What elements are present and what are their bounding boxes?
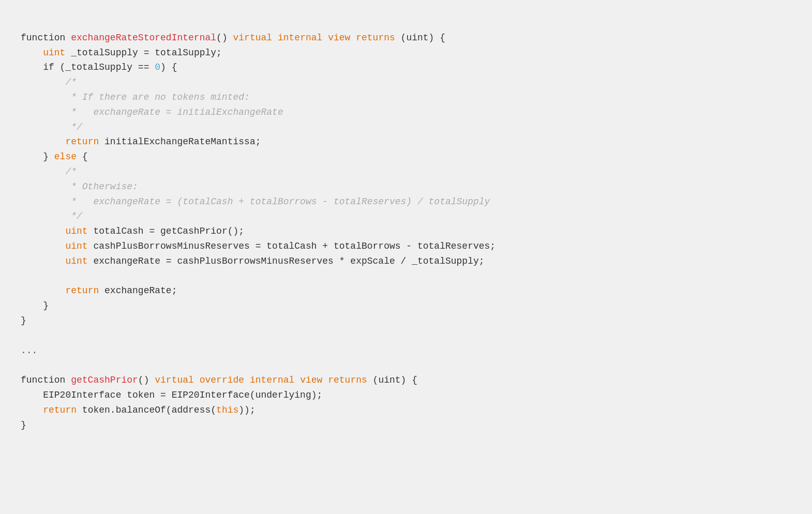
code-token: else bbox=[54, 152, 77, 162]
code-viewer: function exchangeRateStoredInternal() vi… bbox=[21, 16, 791, 432]
code-token: internal bbox=[278, 33, 322, 43]
code-token: } bbox=[21, 420, 26, 430]
code-line: } bbox=[21, 313, 791, 328]
code-token: EIP20Interface token = EIP20Interface(un… bbox=[21, 390, 322, 400]
code-token: totalCash = getCashPrior(); bbox=[88, 226, 244, 236]
code-token: /* bbox=[21, 77, 77, 87]
code-token: */ bbox=[21, 122, 82, 132]
code-token: uint bbox=[65, 241, 87, 251]
code-line: function exchangeRateStoredInternal() vi… bbox=[21, 31, 791, 46]
code-line bbox=[21, 328, 791, 343]
code-token: return bbox=[65, 285, 99, 296]
code-line: function getCashPrior() virtual override… bbox=[21, 373, 791, 388]
code-token: return bbox=[65, 137, 99, 147]
code-line: EIP20Interface token = EIP20Interface(un… bbox=[21, 388, 791, 403]
code-token: returns bbox=[356, 33, 395, 43]
code-line: * exchangeRate = initialExchangeRate bbox=[21, 105, 791, 120]
code-line: } bbox=[21, 418, 791, 433]
code-token bbox=[21, 48, 43, 58]
code-line: if (_totalSupply == 0) { bbox=[21, 60, 791, 75]
code-token bbox=[350, 33, 356, 43]
code-line: } else { bbox=[21, 149, 791, 164]
code-token: } bbox=[21, 300, 49, 311]
code-token: function bbox=[21, 33, 71, 43]
code-token bbox=[244, 375, 250, 385]
code-token: (uint) { bbox=[367, 375, 417, 385]
code-token: override bbox=[200, 375, 244, 385]
code-token: getCashPrior bbox=[71, 375, 138, 385]
code-token: () bbox=[138, 375, 155, 385]
code-token: exchangeRate = cashPlusBorrowsMinusReser… bbox=[88, 256, 485, 266]
code-token: initialExchangeRateMantissa; bbox=[99, 137, 261, 147]
code-token: (uint) { bbox=[395, 33, 445, 43]
code-token bbox=[322, 375, 328, 385]
code-line: uint totalCash = getCashPrior(); bbox=[21, 224, 791, 239]
code-token: * exchangeRate = initialExchangeRate bbox=[21, 107, 283, 117]
code-line: * Otherwise: bbox=[21, 179, 791, 194]
code-token: return bbox=[43, 405, 77, 415]
code-token: * Otherwise: bbox=[21, 182, 138, 192]
code-line: return token.balanceOf(address(this)); bbox=[21, 403, 791, 418]
code-token bbox=[194, 375, 200, 385]
code-token: view bbox=[300, 375, 322, 385]
code-token: * exchangeRate = (totalCash + totalBorro… bbox=[21, 196, 490, 207]
code-token: uint bbox=[43, 48, 65, 58]
code-token: exchangeRateStoredInternal bbox=[71, 33, 216, 43]
code-token: if (_totalSupply == bbox=[21, 62, 155, 72]
code-token bbox=[272, 33, 278, 43]
code-token: this bbox=[216, 405, 238, 415]
code-token: { bbox=[77, 152, 88, 162]
code-line: uint cashPlusBorrowsMinusReserves = tota… bbox=[21, 239, 791, 254]
code-token: )); bbox=[238, 405, 255, 415]
code-token: */ bbox=[21, 211, 82, 221]
code-token: } bbox=[21, 152, 54, 162]
code-line bbox=[21, 358, 791, 373]
code-token: * If there are no tokens minted: bbox=[21, 92, 250, 102]
code-line: uint _totalSupply = totalSupply; bbox=[21, 46, 791, 61]
code-token: /* bbox=[21, 167, 77, 177]
code-token: exchangeRate; bbox=[99, 285, 177, 296]
code-token bbox=[294, 375, 300, 385]
code-token: uint bbox=[65, 226, 87, 236]
code-token: uint bbox=[65, 256, 87, 266]
code-token bbox=[21, 405, 43, 415]
code-token: ... bbox=[21, 345, 37, 356]
code-token: virtual bbox=[233, 33, 272, 43]
code-token bbox=[21, 226, 65, 236]
code-token: returns bbox=[328, 375, 367, 385]
code-line: */ bbox=[21, 120, 791, 135]
code-token: () bbox=[216, 33, 233, 43]
code-token: cashPlusBorrowsMinusReserves = totalCash… bbox=[88, 241, 496, 251]
code-line: } bbox=[21, 298, 791, 313]
code-token: } bbox=[21, 315, 26, 326]
code-line: */ bbox=[21, 209, 791, 224]
code-token: ) { bbox=[160, 62, 177, 72]
code-token bbox=[322, 33, 328, 43]
code-line: /* bbox=[21, 164, 791, 179]
code-line: return initialExchangeRateMantissa; bbox=[21, 134, 791, 149]
code-token: function bbox=[21, 375, 71, 385]
code-token: virtual bbox=[155, 375, 194, 385]
code-line: uint exchangeRate = cashPlusBorrowsMinus… bbox=[21, 254, 791, 269]
code-token: internal bbox=[250, 375, 294, 385]
code-token bbox=[21, 137, 65, 147]
code-token bbox=[21, 285, 65, 296]
code-token bbox=[21, 256, 65, 266]
code-token bbox=[21, 241, 65, 251]
code-line: return exchangeRate; bbox=[21, 283, 791, 298]
code-token: view bbox=[328, 33, 350, 43]
code-line bbox=[21, 269, 791, 284]
code-token: _totalSupply = totalSupply; bbox=[65, 48, 221, 58]
code-line: ... bbox=[21, 343, 791, 358]
code-token: 0 bbox=[155, 62, 160, 72]
code-line: * If there are no tokens minted: bbox=[21, 90, 791, 105]
code-line: /* bbox=[21, 75, 791, 90]
code-line: * exchangeRate = (totalCash + totalBorro… bbox=[21, 194, 791, 209]
code-token: token.balanceOf(address( bbox=[77, 405, 216, 415]
